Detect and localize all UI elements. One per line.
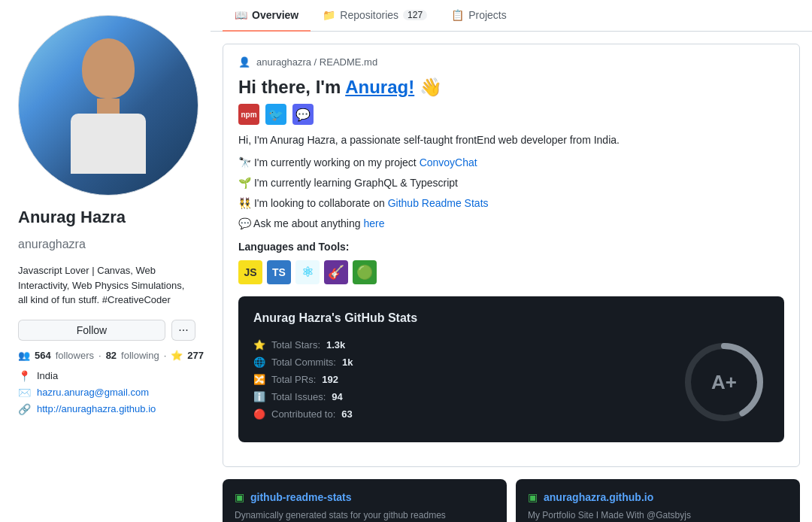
convoy-chat-link[interactable]: ConvoyChat <box>420 156 477 168</box>
location-item: 📍 India <box>18 370 195 382</box>
email-link[interactable]: hazru.anurag@gmail.com <box>37 387 149 398</box>
node-badge: 🟢 <box>353 260 377 284</box>
readme-header-path: anuraghazra / README.md <box>256 56 377 68</box>
followers-icon: 👥 <box>18 350 30 361</box>
website-item: 🔗 http://anuraghazra.github.io <box>18 403 195 415</box>
tabs-bar: 📖 Overview 📁 Repositories 127 📋 Projects <box>211 0 812 32</box>
bullet-3: 👯 I'm looking to collaborate on Github R… <box>238 196 784 211</box>
location-text: India <box>37 370 58 381</box>
more-button[interactable]: ··· <box>171 320 195 341</box>
wave-emoji: 👋 <box>420 77 442 97</box>
follow-row: Follow ··· <box>18 320 195 341</box>
social-icons-row: npm 🐦 💬 <box>238 104 784 125</box>
stars-count[interactable]: 277 <box>187 350 204 361</box>
followers-label: followers <box>56 350 94 361</box>
projects-tab-label: Projects <box>468 9 507 21</box>
github-stats-card: Anurag Hazra's GitHub Stats ⭐ Total Star… <box>238 296 784 442</box>
repo-card-1-header: ▣ github-readme-stats <box>235 491 495 503</box>
follower-stats: 👥 564 followers · 82 following · ⭐ 277 <box>18 350 195 361</box>
main-content: 📖 Overview 📁 Repositories 127 📋 Projects… <box>211 0 812 522</box>
email-icon: ✉️ <box>18 387 31 399</box>
readme-description: Hi, I'm Anurag Hazra, a passionate self-… <box>238 134 784 146</box>
avatar-badge-icon: 🎮 <box>171 168 192 189</box>
profile-username: anuraghazra <box>18 238 195 251</box>
projects-tab-icon: 📋 <box>451 9 464 21</box>
stat-issues: ℹ️ Total Issues: 94 <box>253 391 664 402</box>
readme-greeting: Hi there, I'm Anurag! 👋 <box>238 77 784 98</box>
gatsby-badge: 🎸 <box>324 260 348 284</box>
following-label: following <box>121 350 159 361</box>
twitter-icon[interactable]: 🐦 <box>265 104 286 125</box>
sidebar: 🎮 Anurag Hazra anuraghazra Javascript Lo… <box>0 0 211 522</box>
repo-card-2-desc: My Portfolio Site I Made With @Gatsbyjs <box>528 509 788 522</box>
repositories-tab-icon: 📁 <box>323 9 335 21</box>
repo-card-1: ▣ github-readme-stats Dynamically genera… <box>223 479 507 522</box>
repositories-tab-label: Repositories <box>340 9 398 21</box>
greeting-text: Hi there, I'm <box>238 77 345 97</box>
bullet-2: 🌱 I'm currently learning GraphQL & Types… <box>238 175 784 191</box>
readme-header-icon: 👤 <box>238 56 250 68</box>
stats-left: ⭐ Total Stars: 1.3k 🌐 Total Commits: 1k … <box>253 339 664 426</box>
stats-inner: ⭐ Total Stars: 1.3k 🌐 Total Commits: 1k … <box>253 337 769 427</box>
here-link[interactable]: here <box>363 217 384 229</box>
repo-card-2: ▣ anuraghazra.github.io My Portfolio Sit… <box>516 479 800 522</box>
ts-badge: TS <box>267 260 291 284</box>
follow-button[interactable]: Follow <box>18 320 165 341</box>
bullet-1: 🔭 I'm currently working on my project Co… <box>238 155 784 171</box>
github-readme-stats-link[interactable]: Github Readme Stats <box>388 197 489 209</box>
overview-tab-icon: 📖 <box>235 9 247 21</box>
js-badge: JS <box>238 260 262 284</box>
stat-prs: 🔀 Total PRs: 192 <box>253 374 664 385</box>
tab-projects[interactable]: 📋 Projects <box>439 0 519 32</box>
stat-contributed: 🔴 Contributed to: 63 <box>253 408 664 420</box>
overview-content: 👤 anuraghazra / README.md Hi there, I'm … <box>211 32 812 522</box>
repo-card-1-desc: Dynamically generated stats for your git… <box>235 509 495 522</box>
greeting-name-link[interactable]: Anurag! <box>345 77 414 97</box>
npm-icon[interactable]: npm <box>238 104 259 125</box>
discord-icon[interactable]: 💬 <box>292 104 314 125</box>
profile-bio: Javascript Lover | Canvas, Web Interacti… <box>18 263 195 308</box>
grade-circle: A+ <box>683 341 765 423</box>
link-icon: 🔗 <box>18 403 31 415</box>
stars-icon: ⭐ <box>171 350 183 361</box>
repo-card-2-icon: ▣ <box>528 491 538 503</box>
followers-count[interactable]: 564 <box>35 350 51 361</box>
grade-circle-container: A+ <box>679 337 769 427</box>
repo-cards-row: ▣ github-readme-stats Dynamically genera… <box>223 479 800 522</box>
repositories-tab-badge: 127 <box>403 10 427 20</box>
location-icon: 📍 <box>18 370 31 382</box>
repo-card-1-icon: ▣ <box>235 491 244 503</box>
language-tools: JS TS ⚛ 🎸 🟢 <box>238 260 784 284</box>
readme-header: 👤 anuraghazra / README.md <box>238 56 784 68</box>
repo-card-2-name[interactable]: anuraghazra.github.io <box>544 491 653 503</box>
tab-overview[interactable]: 📖 Overview <box>223 0 311 32</box>
stat-stars: ⭐ Total Stars: 1.3k <box>253 339 664 351</box>
readme-card: 👤 anuraghazra / README.md Hi there, I'm … <box>223 44 800 467</box>
overview-tab-label: Overview <box>252 9 298 21</box>
repo-card-2-header: ▣ anuraghazra.github.io <box>528 491 788 503</box>
tab-repositories[interactable]: 📁 Repositories 127 <box>311 0 439 32</box>
website-link[interactable]: http://anuraghazra.github.io <box>37 403 156 414</box>
email-item: ✉️ hazru.anurag@gmail.com <box>18 387 195 399</box>
bullet-4: 💬 Ask me about anything here <box>238 216 784 232</box>
stats-card-title: Anurag Hazra's GitHub Stats <box>253 311 769 325</box>
profile-name: Anurag Hazra <box>18 208 195 227</box>
following-count[interactable]: 82 <box>106 350 117 361</box>
readme-bullets: 🔭 I'm currently working on my project Co… <box>238 155 784 232</box>
info-list: 📍 India ✉️ hazru.anurag@gmail.com 🔗 http… <box>18 370 195 415</box>
avatar: 🎮 <box>18 15 198 196</box>
react-badge: ⚛ <box>295 260 320 284</box>
tools-title: Languages and Tools: <box>238 241 784 253</box>
repo-card-1-name[interactable]: github-readme-stats <box>250 491 352 503</box>
grade-text: A+ <box>711 371 737 394</box>
stat-commits: 🌐 Total Commits: 1k <box>253 357 664 368</box>
